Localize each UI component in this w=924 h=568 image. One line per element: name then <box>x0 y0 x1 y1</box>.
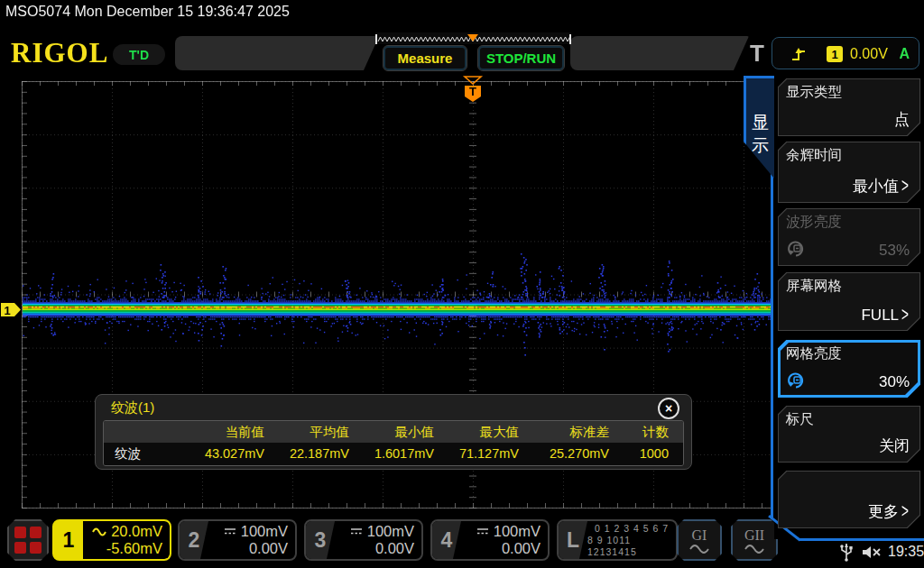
chevron-right-icon: > <box>901 501 909 524</box>
dc-coupling-icon <box>224 527 236 536</box>
g1-source-button[interactable]: GI <box>677 519 722 561</box>
ac-coupling-icon <box>92 527 106 536</box>
measurement-name: 纹波 <box>104 443 190 465</box>
trigger-level-value: 0.00V <box>850 46 888 62</box>
menu-item-waveform-intensity[interactable]: 波形亮度 53% <box>778 208 920 266</box>
sine-wave-icon <box>744 544 765 554</box>
table-row: 纹波 43.027mV 22.187mV 1.6017mV 71.127mV 2… <box>104 443 683 465</box>
channel2-scale: 100mV <box>241 523 288 540</box>
grid-menu-icon <box>14 527 42 554</box>
close-icon[interactable]: × <box>658 398 679 419</box>
channel3-button[interactable]: 3 100mV 0.00V <box>304 519 423 561</box>
maximum-value: 71.127mV <box>447 443 531 465</box>
usb-icon <box>839 542 854 562</box>
trigger-sweep-mode: A <box>899 46 910 62</box>
svg-text:T: T <box>469 85 476 98</box>
main-menu-button[interactable] <box>7 519 49 561</box>
stddev-value: 25.270mV <box>531 443 622 465</box>
stop-run-button[interactable]: STOP/RUN <box>477 45 565 71</box>
chevron-right-icon: > <box>901 305 909 327</box>
menu-item-grid-brightness[interactable]: 网格亮度 30% <box>778 340 920 398</box>
measure-button[interactable]: Measure <box>383 45 467 71</box>
channel4-offset: 0.00V <box>502 540 541 557</box>
channel2-button[interactable]: 2 100mV 0.00V <box>178 519 297 561</box>
measurement-popup: 纹波(1) × 当前值 平均值 最小值 最大值 标准差 计数 纹波 43.027… <box>95 394 692 470</box>
oscilloscope-screen: MSO5074 Mon December 15 19:36:47 2025 RI… <box>0 0 924 568</box>
menu-border-bottom <box>799 538 924 541</box>
chevron-right-icon: > <box>901 176 909 198</box>
channel1-offset: -5.60mV <box>106 540 162 557</box>
trigger-status-badge: T'D <box>113 44 165 65</box>
col-header-stddev: 标准差 <box>531 421 622 443</box>
col-header-current: 当前值 <box>190 421 277 443</box>
sine-wave-icon <box>688 544 710 554</box>
horizontal-settings-group[interactable]: H 1.00ms 2GSa/s 20Mpts <box>175 36 379 70</box>
logic-channels-button[interactable]: L 0 1 2 3 4 5 6 7 8 9 1011 12131415 <box>557 519 678 561</box>
measurement-table: 当前值 平均值 最小值 最大值 标准差 计数 纹波 43.027mV 22.18… <box>103 420 684 466</box>
channel1-position-marker-icon[interactable]: 1 <box>1 301 22 318</box>
menu-item-screen-grid[interactable]: 屏幕网格 FULL> <box>778 272 920 331</box>
channel3-scale: 100mV <box>367 523 414 540</box>
logic-row1: 0 1 2 3 4 5 6 7 <box>595 523 669 535</box>
delay-settings-group[interactable]: D 0.00s <box>570 36 749 70</box>
minimum-value: 1.6017mV <box>362 443 447 465</box>
trigger-label: T <box>750 40 764 68</box>
logic-row2: 8 9 1011 12131415 <box>587 535 676 558</box>
status-clock: 19:35 <box>888 544 924 560</box>
channel4-scale: 100mV <box>494 523 541 540</box>
svg-text:1: 1 <box>4 304 10 317</box>
model-datetime-text: MSO5074 Mon December 15 19:36:47 2025 <box>5 4 290 20</box>
trigger-source-badge: 1 <box>827 46 843 62</box>
speaker-muted-icon[interactable] <box>861 545 882 560</box>
menu-item-display-type[interactable]: 显示类型 点 <box>778 78 920 136</box>
menu-item-ruler[interactable]: 标尺 关闭 <box>778 406 920 463</box>
current-value: 43.027mV <box>190 443 277 465</box>
menu-item-more[interactable]: 更多> <box>778 471 920 528</box>
popup-title: 纹波(1) <box>111 399 154 417</box>
rotary-knob-icon <box>786 239 806 259</box>
rigol-logo: RIGOL <box>11 37 108 69</box>
trigger-slope-icon <box>790 46 808 62</box>
g2-source-button[interactable]: GII <box>731 519 778 561</box>
col-header-minimum: 最小值 <box>362 421 447 443</box>
channel2-offset: 0.00V <box>249 540 288 557</box>
trigger-settings-box[interactable]: 1 0.00V A <box>772 37 919 69</box>
channel1-button[interactable]: 1 20.0mV -5.60mV <box>52 519 171 561</box>
col-header-average: 平均值 <box>277 421 362 443</box>
count-value: 1000 <box>622 443 681 465</box>
menu-item-persistence-time[interactable]: 余辉时间 最小值> <box>778 142 920 203</box>
dc-coupling-icon <box>350 527 363 536</box>
dc-coupling-icon <box>476 527 489 536</box>
trigger-position-marker-icon[interactable]: T <box>461 76 485 105</box>
col-header-maximum: 最大值 <box>447 421 531 443</box>
channel3-offset: 0.00V <box>375 540 414 557</box>
channel1-scale: 20.0mV <box>111 523 162 540</box>
average-value: 22.187mV <box>277 443 362 465</box>
rotary-knob-icon <box>786 371 806 390</box>
col-header-count: 计数 <box>622 421 681 443</box>
preview-trigger-position-icon <box>467 34 478 41</box>
channel4-button[interactable]: 4 100mV 0.00V <box>430 519 550 561</box>
